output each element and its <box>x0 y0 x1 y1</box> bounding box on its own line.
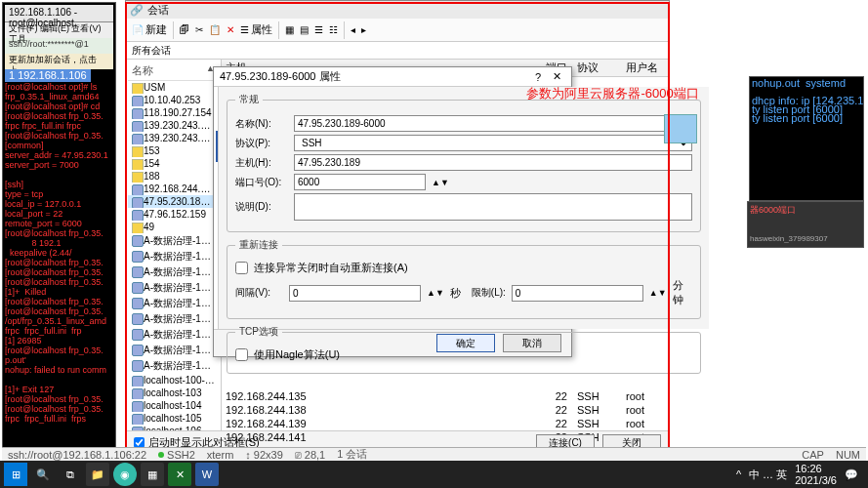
view-icon-4[interactable]: ☷ <box>329 24 338 35</box>
word-icon[interactable]: W <box>195 463 219 486</box>
status-path: ssh://root@192.168.1.106:22 <box>8 449 146 461</box>
statusbar: ssh://root@192.168.1.106:22 SSH2 xterm ↕… <box>2 447 866 461</box>
list-row[interactable]: 192.168.244.13522SSHroot <box>222 389 669 403</box>
systray[interactable]: ^中 … 英 16:262021/3/6 💬 <box>736 463 864 486</box>
status-dot-icon <box>158 452 164 458</box>
props-title: 47.95.230.189-6000 属性 <box>220 69 341 84</box>
session-icon: 🔗 <box>130 4 144 17</box>
help-icon[interactable]: ? <box>531 71 545 83</box>
terminal-active-tab[interactable]: 1 192.168.1.106 <box>5 69 91 82</box>
properties-dialog: 47.95.230.189-6000 属性 ? ✕ 类别(C): 连接用户身份验… <box>213 66 572 357</box>
tree-node[interactable]: 192.168.244.100 <box>128 183 219 195</box>
protocol-select[interactable]: SSH <box>294 135 692 151</box>
tree-node[interactable]: localhost-103 <box>128 386 219 399</box>
tree-node[interactable]: localhost-104 <box>128 399 219 412</box>
tree-node[interactable]: 153 <box>128 144 219 157</box>
chrome-icon[interactable]: ◉ <box>113 463 137 486</box>
tree-header: 名称 ▲ <box>128 61 219 81</box>
tree-node[interactable]: A-数据治理-109-数据采集 <box>128 358 219 374</box>
app-icon[interactable]: ▦ <box>141 463 164 486</box>
mini-annotation: 器6000端口 hasweixin_379989307 <box>747 201 864 248</box>
props-form: 参数为阿里云服务器-6000端口 常规 名称(N): 协议(P):SSH 主机(… <box>219 87 709 329</box>
name-input[interactable] <box>294 115 692 132</box>
taskview-icon[interactable]: ⧉ <box>59 463 82 486</box>
tool-icon[interactable]: 🗐 <box>180 24 189 35</box>
terminal-hint: 更新加加新会话，点击上… <box>5 54 113 69</box>
xshell-icon[interactable]: ✕ <box>168 463 191 486</box>
session-title: 会话 <box>147 3 169 18</box>
tree-node[interactable]: USM <box>128 81 219 94</box>
group-tcp: TCP选项 使用Nagle算法(U) <box>227 325 701 374</box>
port-input[interactable] <box>294 174 426 190</box>
tree-node[interactable]: 139.230.243.236 <box>128 119 219 132</box>
tree-node[interactable]: A-数据治理-103-cdh003 <box>128 280 219 296</box>
terminal-window: 192.168.1.106 - root@localhost 文件(F) 编辑(… <box>2 2 116 459</box>
legend-tcp: TCP选项 <box>235 325 282 339</box>
tree-node[interactable]: A-数据治理-108-cdh008-mysql <box>128 343 219 358</box>
tree-node[interactable]: 10.10.40.253 <box>128 94 219 106</box>
new-session-btn[interactable]: 📄新建 <box>132 22 167 37</box>
legend-reconnect: 重新连接 <box>235 238 282 252</box>
tree-node[interactable]: A-数据治理-101-cdh001 <box>128 249 219 264</box>
tree-node[interactable]: A-数据治理-100-cdh000-CM <box>128 233 219 249</box>
auto-reconnect-check[interactable] <box>235 262 248 274</box>
tree-node[interactable]: A-数据治理-105-cdh005 <box>128 296 219 311</box>
tree-node[interactable]: 154 <box>128 157 219 170</box>
tree-node[interactable]: A-数据治理-102-cdh002 <box>128 264 219 280</box>
view-icon-3[interactable]: ☰ <box>314 24 323 35</box>
host-input[interactable] <box>294 154 692 171</box>
legend-general: 常规 <box>235 93 263 106</box>
terminal-title: 192.168.1.106 - root@localhost <box>5 5 113 22</box>
props-titlebar: 47.95.230.189-6000 属性 ? ✕ <box>214 67 571 87</box>
tree-node[interactable]: A-数据治理-106-cdh006 <box>128 311 219 327</box>
view-icon-1[interactable]: ▦ <box>285 24 294 35</box>
group-general: 常规 名称(N): 协议(P):SSH 主机(H): 端口号(O):▲▼ 说明(… <box>227 93 701 232</box>
nav-back-icon[interactable]: ◂ <box>351 24 355 35</box>
session-tab[interactable]: 所有会话 <box>126 42 669 60</box>
tree-node[interactable]: localhost-106 <box>128 425 219 430</box>
start-button[interactable]: ⊞ <box>4 463 27 486</box>
tree-node[interactable]: localhost-105 <box>128 412 219 425</box>
list-row[interactable]: 192.168.244.13922SSHroot <box>222 417 669 430</box>
cut-icon[interactable]: ✂ <box>195 24 203 35</box>
close-icon[interactable]: ✕ <box>549 70 565 83</box>
tree-node[interactable]: 47.95.230.189-6000 <box>128 195 219 208</box>
taskbar[interactable]: ⊞ 🔍 ⧉ 📁 ◉ ▦ ✕ W ^中 … 英 16:262021/3/6 💬 <box>0 461 868 488</box>
tree-node[interactable]: 139.230.243.236-4922 <box>128 132 219 144</box>
terminal-content: [root@localhost opt]# ls frp_0.35.1_linu… <box>5 82 113 424</box>
tree-node[interactable]: 47.96.152.159 <box>128 208 219 221</box>
nagle-check[interactable] <box>235 348 248 361</box>
delete-icon[interactable]: ✕ <box>227 24 234 35</box>
terminal-menu[interactable]: 文件(F) 编辑(E) 查看(V) 工具 <box>5 22 113 38</box>
limit-input[interactable] <box>512 285 643 302</box>
list-row[interactable]: 192.168.244.13822SSHroot <box>222 403 669 417</box>
view-icon-2[interactable]: ▤ <box>300 24 309 35</box>
ssh-address-bar[interactable]: ssh://root:********@1 <box>5 38 113 54</box>
session-toolbar: 📄新建 🗐 ✂ 📋 ✕ ☰属性 ▦ ▤ ☰ ☷ ◂ ▸ <box>126 19 669 42</box>
session-tree[interactable]: 名称 ▲ USM10.10.40.253118.190.27.154139.23… <box>126 60 222 430</box>
search-icon[interactable]: 🔍 <box>31 463 55 486</box>
group-reconnect: 重新连接 连接异常关闭时自动重新连接(A) 间隔(V):▲▼秒 限制(L):▲▼… <box>227 238 701 319</box>
session-titlebar: 🔗 会话 <box>126 1 669 19</box>
interval-input[interactable] <box>289 285 421 302</box>
copy-icon[interactable]: 📋 <box>209 24 221 35</box>
tree-node[interactable]: localhost-100-init <box>128 374 219 386</box>
mini-terminal: nohup.out systemd dhcp info: ip [124.235… <box>749 76 864 201</box>
explorer-icon[interactable]: 📁 <box>86 463 109 486</box>
tree-node[interactable]: A-数据治理-107-cdh007 <box>128 327 219 343</box>
desc-input[interactable] <box>294 193 692 221</box>
annotation-text: 参数为阿里云服务器-6000端口 <box>526 85 698 102</box>
tree-node[interactable]: 188 <box>128 170 219 183</box>
nav-fwd-icon[interactable]: ▸ <box>361 24 366 35</box>
session-large-icon <box>664 114 697 143</box>
tree-node[interactable]: 49 <box>128 221 219 233</box>
tree-node[interactable]: 118.190.27.154 <box>128 106 219 119</box>
properties-btn[interactable]: ☰属性 <box>240 22 272 37</box>
